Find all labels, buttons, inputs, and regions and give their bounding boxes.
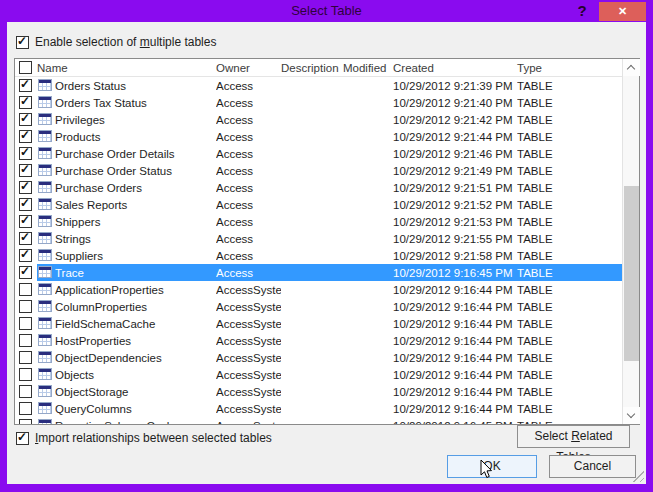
row-checkbox[interactable] — [19, 113, 32, 126]
row-checkbox[interactable] — [19, 317, 32, 330]
cell-owner: AccessSystem — [216, 369, 281, 381]
column-header-owner[interactable]: Owner — [216, 61, 281, 74]
column-header-created[interactable]: Created — [393, 61, 517, 74]
cell-type: TABLE — [517, 233, 622, 245]
import-relationships-checkbox[interactable] — [16, 432, 29, 445]
table-row[interactable]: Purchase Order Details Access 10/29/2012… — [15, 145, 622, 162]
column-header-name[interactable]: Name — [37, 61, 216, 74]
row-checkbox[interactable] — [19, 232, 32, 245]
scroll-up-button[interactable] — [623, 59, 640, 76]
vertical-scrollbar[interactable] — [622, 59, 639, 424]
table-row[interactable]: Products Access 10/29/2012 9:21:44 PM TA… — [15, 128, 622, 145]
row-content[interactable]: RemotingSchemaCache AccessSystem 10/29/2… — [37, 417, 622, 424]
cell-type: TABLE — [517, 386, 622, 398]
table-row[interactable]: Objects AccessSystem 10/29/2012 9:16:44 … — [15, 366, 622, 383]
table-row[interactable]: FieldSchemaCache AccessSystem 10/29/2012… — [15, 315, 622, 332]
row-content[interactable]: Shippers Access 10/29/2012 9:21:53 PM TA… — [37, 213, 622, 230]
scroll-down-button[interactable] — [623, 407, 640, 424]
row-checkbox[interactable] — [19, 385, 32, 398]
select-related-tables-button[interactable]: Select Related Tables — [517, 425, 630, 448]
table-row[interactable]: Orders Status Access 10/29/2012 9:21:39 … — [15, 77, 622, 94]
row-checkbox[interactable] — [19, 181, 32, 194]
table-row[interactable]: QueryColumns AccessSystem 10/29/2012 9:1… — [15, 400, 622, 417]
table-row[interactable]: ApplicationProperties AccessSystem 10/29… — [15, 281, 622, 298]
row-checkbox[interactable] — [19, 164, 32, 177]
row-checkbox-cell — [15, 130, 37, 143]
row-content[interactable]: Privileges Access 10/29/2012 9:21:42 PM … — [37, 111, 622, 128]
row-content[interactable]: Orders Status Access 10/29/2012 9:21:39 … — [37, 77, 622, 94]
row-content[interactable]: Suppliers Access 10/29/2012 9:21:58 PM T… — [37, 247, 622, 264]
table-icon — [37, 164, 55, 178]
select-all-checkbox[interactable] — [19, 61, 32, 74]
row-content[interactable]: FieldSchemaCache AccessSystem 10/29/2012… — [37, 315, 622, 332]
row-content[interactable]: QueryColumns AccessSystem 10/29/2012 9:1… — [37, 400, 622, 417]
row-content[interactable]: Products Access 10/29/2012 9:21:44 PM TA… — [37, 128, 622, 145]
row-checkbox[interactable] — [19, 334, 32, 347]
row-content[interactable]: Orders Tax Status Access 10/29/2012 9:21… — [37, 94, 622, 111]
dialog-titlebar[interactable]: Select Table ? ✕ — [0, 0, 653, 22]
table-row[interactable]: Sales Reports Access 10/29/2012 9:21:52 … — [15, 196, 622, 213]
table-row[interactable]: Purchase Order Status Access 10/29/2012 … — [15, 162, 622, 179]
row-checkbox[interactable] — [19, 249, 32, 262]
cancel-button[interactable]: Cancel — [549, 455, 636, 478]
table-row[interactable]: RemotingSchemaCache AccessSystem 10/29/2… — [15, 417, 622, 424]
row-checkbox[interactable] — [19, 300, 32, 313]
row-content[interactable]: Purchase Orders Access 10/29/2012 9:21:5… — [37, 179, 622, 196]
table-row[interactable]: ColumnProperties AccessSystem 10/29/2012… — [15, 298, 622, 315]
row-checkbox[interactable] — [19, 96, 32, 109]
row-checkbox[interactable] — [19, 368, 32, 381]
table-icon — [37, 266, 55, 280]
row-checkbox[interactable] — [19, 283, 32, 296]
cell-name: Orders Status — [55, 80, 216, 92]
cell-name: Shippers — [55, 216, 216, 228]
cell-created: 10/29/2012 9:21:42 PM — [393, 114, 517, 126]
table-row[interactable]: Shippers Access 10/29/2012 9:21:53 PM TA… — [15, 213, 622, 230]
row-content[interactable]: ApplicationProperties AccessSystem 10/29… — [37, 281, 622, 298]
tables-list-header[interactable]: Name Owner Description Modified Created … — [15, 59, 622, 77]
column-header-type[interactable]: Type — [517, 61, 622, 74]
row-content[interactable]: ObjectStorage AccessSystem 10/29/2012 9:… — [37, 383, 622, 400]
table-row[interactable]: Privileges Access 10/29/2012 9:21:42 PM … — [15, 111, 622, 128]
row-content[interactable]: HostProperties AccessSystem 10/29/2012 9… — [37, 332, 622, 349]
table-icon — [37, 385, 55, 399]
table-row[interactable]: Strings Access 10/29/2012 9:21:55 PM TAB… — [15, 230, 622, 247]
cell-owner: AccessSystem — [216, 386, 281, 398]
column-header-modified[interactable]: Modified — [343, 61, 393, 74]
table-row[interactable]: Trace Access 10/29/2012 9:16:45 PM TABLE — [15, 264, 622, 281]
table-row[interactable]: Purchase Orders Access 10/29/2012 9:21:5… — [15, 179, 622, 196]
row-checkbox[interactable] — [19, 351, 32, 364]
row-content[interactable]: Purchase Order Details Access 10/29/2012… — [37, 145, 622, 162]
table-row[interactable]: HostProperties AccessSystem 10/29/2012 9… — [15, 332, 622, 349]
row-content[interactable]: ColumnProperties AccessSystem 10/29/2012… — [37, 298, 622, 315]
scrollbar-thumb[interactable] — [624, 186, 639, 361]
table-row[interactable]: Orders Tax Status Access 10/29/2012 9:21… — [15, 94, 622, 111]
table-row[interactable]: ObjectDependencies AccessSystem 10/29/20… — [15, 349, 622, 366]
row-content[interactable]: Objects AccessSystem 10/29/2012 9:16:44 … — [37, 366, 622, 383]
row-content[interactable]: Trace Access 10/29/2012 9:16:45 PM TABLE — [37, 264, 622, 281]
row-content[interactable]: Strings Access 10/29/2012 9:21:55 PM TAB… — [37, 230, 622, 247]
column-header-description[interactable]: Description — [281, 61, 343, 74]
row-checkbox[interactable] — [19, 147, 32, 160]
row-content[interactable]: ObjectDependencies AccessSystem 10/29/20… — [37, 349, 622, 366]
row-checkbox-cell — [15, 249, 37, 262]
row-checkbox[interactable] — [19, 402, 32, 415]
row-content[interactable]: Purchase Order Status Access 10/29/2012 … — [37, 162, 622, 179]
row-checkbox[interactable] — [19, 266, 32, 279]
cell-owner: Access — [216, 182, 281, 194]
row-checkbox[interactable] — [19, 79, 32, 92]
ok-button[interactable]: OK — [447, 455, 537, 478]
resize-grip[interactable] — [633, 471, 644, 482]
table-row[interactable]: ObjectStorage AccessSystem 10/29/2012 9:… — [15, 383, 622, 400]
row-checkbox[interactable] — [19, 419, 32, 424]
row-checkbox[interactable] — [19, 198, 32, 211]
row-checkbox[interactable] — [19, 215, 32, 228]
row-checkbox[interactable] — [19, 130, 32, 143]
table-row[interactable]: Suppliers Access 10/29/2012 9:21:58 PM T… — [15, 247, 622, 264]
row-checkbox-cell — [15, 164, 37, 177]
close-button[interactable]: ✕ — [599, 2, 646, 21]
cell-created: 10/29/2012 9:16:44 PM — [393, 301, 517, 313]
table-icon — [37, 96, 55, 110]
row-content[interactable]: Sales Reports Access 10/29/2012 9:21:52 … — [37, 196, 622, 213]
enable-multiple-tables-checkbox[interactable] — [16, 36, 29, 49]
help-button[interactable]: ? — [573, 1, 591, 20]
